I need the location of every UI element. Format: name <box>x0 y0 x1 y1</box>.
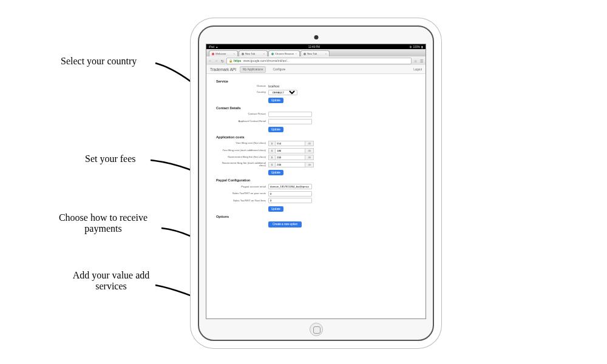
cost-input-0[interactable] <box>275 141 305 146</box>
ipad-camera <box>314 35 318 39</box>
country-label: Country <box>216 91 266 94</box>
paypal-update-button[interactable]: Update <box>268 206 283 212</box>
browser-tab-3[interactable]: New Tab× <box>300 50 330 56</box>
domain-label: Domain <box>216 85 266 88</box>
paypal-email-label: Paypal account email <box>216 186 266 189</box>
section-costs: Application costs Your filing cost (firs… <box>216 135 416 175</box>
ipad-screen: iPad ▲ 12:49 PM ฿ 100% ▮ Welcome× New Ta… <box>206 44 426 319</box>
create-option-button[interactable]: Create a new option <box>268 221 302 228</box>
browser-toolbar: ← → ↻ 🔒 https www.google.com/chrome/intl… <box>206 56 426 66</box>
cost-input-1[interactable] <box>275 148 305 153</box>
costs-heading: Application costs <box>216 135 416 139</box>
contact-update-button[interactable]: Update <box>268 127 283 132</box>
cost-label-3: Government filing fee (each additional c… <box>216 162 266 167</box>
cost-label-1: Your filing cost (each additional class) <box>216 149 266 152</box>
forward-button[interactable]: → <box>214 59 219 63</box>
close-icon[interactable]: × <box>295 52 296 55</box>
tab-configure[interactable]: Configure <box>270 66 288 73</box>
wifi-icon: ▲ <box>215 46 218 49</box>
section-contact: Contact Details Contact Person Applicant… <box>216 106 416 132</box>
contact-email-label: Applicant Contact Email <box>216 120 266 123</box>
app-header: Trademark API My Applications Configure … <box>206 65 426 74</box>
app-page: Trademark API My Applications Configure … <box>206 65 426 318</box>
paypal-email-input[interactable] <box>268 184 312 189</box>
section-options: Options Create a new option <box>216 215 416 228</box>
contact-person-input[interactable] <box>268 112 312 117</box>
annotation-set-fees: Set your fees <box>85 153 136 164</box>
ipad-frame: iPad ▲ 12:49 PM ฿ 100% ▮ Welcome× New Ta… <box>198 25 434 341</box>
app-brand: Trademark API <box>210 67 236 72</box>
tax-govt-input[interactable] <box>268 198 312 203</box>
browser-tabstrip: Welcome× New Tab× Chrome Browser× New Ta… <box>206 49 426 56</box>
country-select[interactable]: DEFAULT <box>268 90 297 95</box>
close-icon[interactable]: × <box>234 52 235 55</box>
status-battery: 100% <box>413 46 420 49</box>
section-service: Service Domainlocalhost CountryDEFAULT U… <box>216 79 416 103</box>
back-button[interactable]: ← <box>208 59 212 63</box>
logout-link[interactable]: Logout <box>413 68 422 71</box>
cost-input-2[interactable] <box>275 155 305 160</box>
cost-label-2: Government filing fee (first class) <box>216 156 266 159</box>
costs-update-button[interactable]: Update <box>268 170 283 175</box>
domain-value: localhost <box>268 85 279 88</box>
menu-icon[interactable]: ☰ <box>419 59 424 63</box>
tax-govt-label: Sales Tax/GST on Govt fees <box>216 200 266 203</box>
bluetooth-icon: ฿ <box>410 46 412 49</box>
browser-tab-1[interactable]: New Tab× <box>239 50 268 56</box>
status-bar: iPad ▲ 12:49 PM ฿ 100% ▮ <box>206 44 426 49</box>
paypal-heading: Paypal Configuration <box>216 178 416 182</box>
section-paypal: Paypal Configuration Paypal account emai… <box>216 178 416 212</box>
lock-icon: 🔒 <box>229 59 232 62</box>
annotation-payments: Choose how to receive payments <box>42 212 164 234</box>
cost-label-0: Your filing cost (first class) <box>216 142 266 145</box>
status-carrier: iPad <box>209 46 214 49</box>
star-icon[interactable]: ☆ <box>413 59 418 63</box>
currency-label: $ <box>268 141 275 146</box>
options-heading: Options <box>216 215 416 218</box>
url-scheme: https <box>234 59 241 62</box>
cents-label: .00 <box>305 141 314 146</box>
close-icon[interactable]: × <box>325 52 326 55</box>
url-path: /chrome/intl/en/... <box>266 59 289 62</box>
home-button[interactable] <box>310 323 323 336</box>
contact-heading: Contact Details <box>216 106 416 110</box>
reload-button[interactable]: ↻ <box>220 59 225 63</box>
battery-icon: ▮ <box>421 46 423 49</box>
service-update-button[interactable]: Update <box>268 98 283 103</box>
close-icon[interactable]: × <box>263 52 265 55</box>
tax-costs-label: Sales Tax/GST on your costs <box>216 192 266 195</box>
contact-person-label: Contact Person <box>216 113 266 116</box>
status-time: 12:49 PM <box>308 46 320 49</box>
cost-input-3[interactable] <box>275 162 305 167</box>
browser-tab-0[interactable]: Welcome× <box>209 50 238 56</box>
annotation-select-country: Select your country <box>61 56 137 67</box>
browser-tab-2[interactable]: Chrome Browser× <box>268 50 300 56</box>
url-host: www.google.com <box>243 59 266 62</box>
contact-email-input[interactable] <box>268 119 312 124</box>
tax-costs-input[interactable] <box>268 191 312 197</box>
service-heading: Service <box>216 79 416 83</box>
tab-my-applications[interactable]: My Applications <box>240 66 266 73</box>
url-bar[interactable]: 🔒 https www.google.com/chrome/intl/en/..… <box>226 58 412 64</box>
annotation-value-add: Add your value add services <box>59 270 163 292</box>
